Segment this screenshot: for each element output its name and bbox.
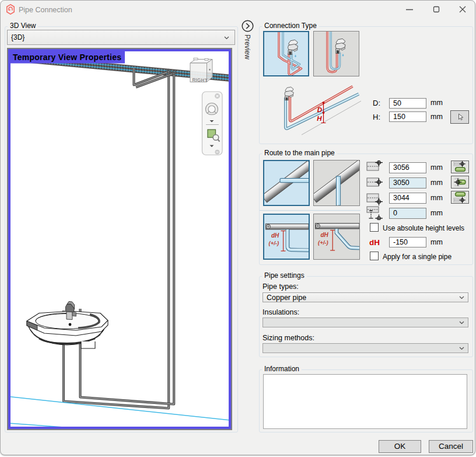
svg-text:dH: dH — [271, 232, 279, 239]
svg-text:dH: dH — [321, 232, 329, 238]
svg-text:(+/-): (+/-) — [269, 240, 279, 246]
svg-text:(+/-): (+/-) — [318, 239, 328, 246]
svg-text:D: D — [317, 106, 322, 113]
svg-text:H: H — [317, 115, 322, 122]
svg-text:Temporary View Properties: Temporary View Properties — [13, 53, 121, 62]
svg-text:RIGHT: RIGHT — [192, 78, 208, 83]
